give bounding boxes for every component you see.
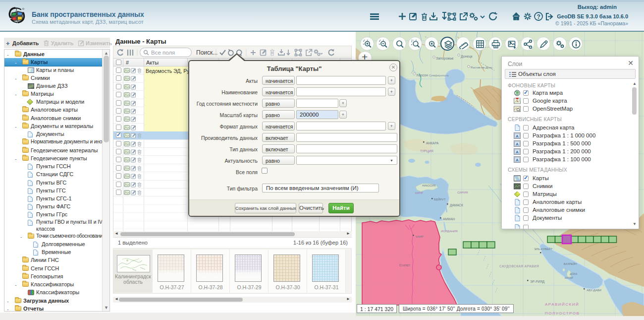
svg-text:АБУ-ДАБИ: АБУ-ДАБИ	[587, 289, 601, 292]
svg-text:A: A	[516, 134, 519, 138]
svg-text:ЭР-РИЯД: ЭР-РИЯД	[530, 280, 545, 284]
svg-text:ЭЛЬ-КУВЕЙТ: ЭЛЬ-КУВЕЙТ	[534, 247, 553, 251]
svg-text:A: A	[516, 150, 519, 154]
svg-text:ПОЛУОСТРОВ: ПОЛУОСТРОВ	[545, 311, 580, 316]
svg-text:КИПР: КИПР	[415, 192, 423, 194]
svg-text:САУДОВСКАЯ АРАВИЯ: САУДОВСКАЯ АРАВИЯ	[499, 264, 539, 268]
svg-text:АНКАРА: АНКАРА	[426, 141, 439, 145]
svg-text:?: ?	[537, 13, 540, 20]
svg-text:Донецк: Донецк	[461, 55, 473, 59]
svg-text:СИРИЯ: СИРИЯ	[457, 191, 468, 194]
svg-text:БАХРЕЙН: БАХРЕЙН	[564, 262, 577, 265]
svg-text:ИОРДАНИЯ: ИОРДАНИЯ	[441, 230, 458, 233]
svg-text:ДАМАСК: ДАМАСК	[450, 203, 463, 207]
svg-text:БЕЙРУТ: БЕЙРУТ	[434, 197, 446, 201]
svg-text:Ростов-на-Дону: Ростов-на-Дону	[471, 66, 492, 69]
svg-text:АММАН: АММАН	[443, 217, 455, 221]
svg-text:Симферополь: Симферополь	[429, 74, 449, 77]
svg-text:АРАВИЙСКИЙ: АРАВИЙСКИЙ	[545, 302, 579, 307]
svg-text:Запорожье: Запорожье	[436, 57, 454, 61]
svg-text:Египет: Египет	[399, 263, 411, 267]
svg-text:A: A	[516, 158, 519, 162]
svg-text:ТУРЦИЯ: ТУРЦИЯ	[420, 149, 433, 153]
svg-text:Херсон: Херсон	[416, 73, 428, 77]
svg-text:КАИР: КАИР	[416, 235, 424, 238]
svg-text:НИКОСИЯ: НИКОСИЯ	[422, 184, 435, 187]
svg-text:A: A	[516, 142, 519, 146]
svg-text:КАТАР: КАТАР	[565, 276, 573, 279]
svg-text:ДОХА: ДОХА	[570, 272, 577, 275]
